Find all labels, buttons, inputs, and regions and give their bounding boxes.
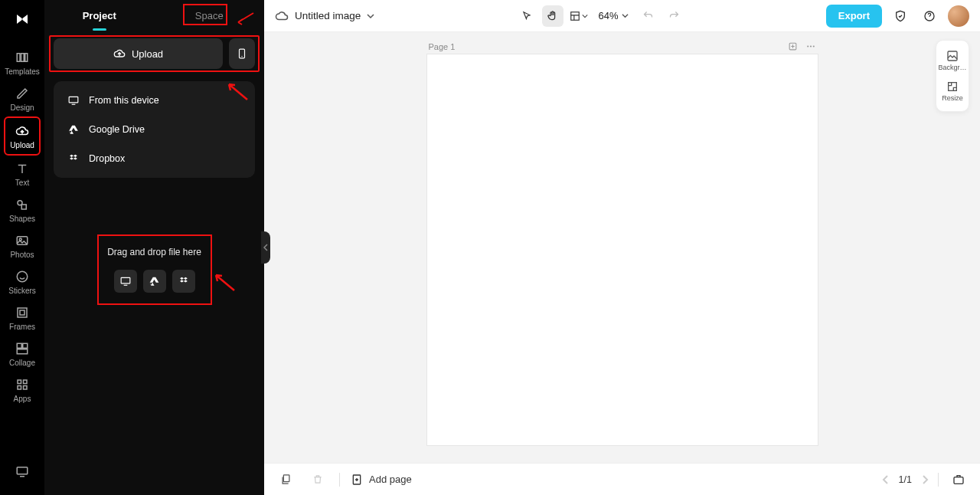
undo-button[interactable] [638, 5, 659, 27]
zoom-value: 64% [599, 10, 619, 21]
bottombar: Add page 1/1 [264, 463, 980, 495]
rail-upload[interactable]: Upload [4, 116, 41, 156]
svg-rect-12 [17, 349, 28, 354]
dropdown-label: Google Drive [89, 124, 145, 135]
monitor-icon [67, 95, 80, 106]
templates-icon [15, 51, 29, 64]
canvas-page[interactable] [427, 54, 818, 445]
dropdown-label: Dropbox [89, 153, 125, 164]
cloud-upload-icon [113, 48, 126, 60]
export-button[interactable]: Export [826, 5, 882, 28]
rail-frames[interactable]: Frames [4, 300, 41, 336]
rail-stickers[interactable]: Stickers [4, 264, 41, 300]
drop-dropbox-button[interactable] [172, 270, 195, 293]
zoom-control[interactable]: 64% [599, 10, 629, 21]
rail-label: Frames [9, 323, 35, 331]
rail-shapes[interactable]: Shapes [4, 192, 41, 228]
rail-label: Text [15, 179, 29, 187]
annotation-arrow-icon [211, 272, 237, 293]
rail-label: Design [10, 103, 34, 112]
chevron-down-icon [582, 13, 588, 19]
rail-label: Apps [14, 395, 31, 403]
cursor-tool[interactable] [516, 5, 537, 27]
collage-icon [15, 342, 29, 356]
apps-icon [15, 378, 29, 392]
drop-zone-icons [99, 270, 211, 293]
background-button[interactable]: Backgr… [936, 45, 969, 76]
divider [339, 473, 340, 487]
dropdown-google-drive[interactable]: Google Drive [54, 115, 255, 144]
resize-button[interactable]: Resize [936, 76, 969, 107]
document-title: Untitled image [295, 10, 361, 21]
mobile-upload-button[interactable] [229, 38, 255, 69]
chevron-right-icon [921, 475, 929, 484]
chevron-down-icon [622, 12, 629, 19]
title-group[interactable]: Untitled image [275, 9, 374, 23]
redo-button[interactable] [664, 5, 685, 27]
image-icon [946, 50, 959, 62]
svg-rect-15 [18, 386, 21, 390]
rail-design[interactable]: Design [4, 80, 41, 116]
rail-label: Photos [10, 251, 34, 259]
page-more-button[interactable] [805, 41, 816, 51]
rail-templates[interactable]: Templates [4, 44, 41, 80]
prev-page-button[interactable] [882, 475, 890, 484]
panel-tabs: Project Space [44, 0, 264, 31]
drop-device-button[interactable] [114, 270, 137, 293]
avatar[interactable] [948, 5, 969, 27]
shield-button[interactable] [890, 5, 911, 27]
drop-gdrive-button[interactable] [143, 270, 166, 293]
sparkle-icon [788, 41, 798, 51]
drop-zone[interactable]: Drag and drop file here [97, 234, 212, 305]
drop-zone-text: Drag and drop file here [99, 247, 211, 257]
svg-rect-8 [18, 308, 27, 317]
rail-photos[interactable]: Photos [4, 228, 41, 264]
duplicate-page-button[interactable] [275, 469, 296, 490]
rail-collage[interactable]: Collage [4, 336, 41, 372]
cursor-icon [521, 11, 532, 21]
pages-icon [280, 474, 292, 485]
hand-tool[interactable] [542, 5, 564, 27]
redo-icon [668, 10, 680, 21]
rail-bottom[interactable] [4, 458, 41, 483]
hand-icon [547, 10, 558, 21]
add-page-button[interactable]: Add page [351, 474, 412, 486]
svg-rect-11 [23, 343, 28, 348]
next-page-button[interactable] [921, 475, 929, 484]
page-settings-button[interactable] [788, 41, 798, 51]
svg-rect-4 [21, 205, 26, 209]
delete-page-button[interactable] [307, 469, 328, 490]
help-button[interactable] [919, 5, 940, 27]
rail-text[interactable]: Text [4, 156, 41, 192]
app-logo[interactable] [11, 8, 34, 31]
add-page-label: Add page [369, 474, 412, 485]
upload-icon [15, 124, 29, 138]
divider [938, 473, 939, 487]
tab-project[interactable]: Project [44, 0, 155, 31]
monitor-icon [119, 276, 132, 287]
trash-icon [312, 474, 323, 485]
rail-apps[interactable]: Apps [4, 372, 41, 408]
cloud-icon [275, 9, 289, 23]
undo-icon [642, 10, 654, 21]
present-button[interactable] [948, 469, 969, 490]
help-icon [923, 10, 936, 22]
svg-rect-17 [17, 467, 28, 474]
dropdown-label: From this device [89, 95, 159, 106]
dropdown-dropbox[interactable]: Dropbox [54, 144, 255, 173]
svg-point-24 [807, 45, 808, 47]
chevron-left-icon [882, 475, 890, 484]
shapes-icon [15, 198, 29, 211]
svg-rect-9 [20, 310, 24, 315]
annotation-arrow-icon [235, 11, 255, 25]
svg-rect-1 [21, 54, 24, 62]
page-number-label: Page 1 [429, 42, 456, 51]
layout-tool[interactable] [568, 5, 590, 27]
upload-button[interactable]: Upload [54, 38, 223, 69]
layout-icon [570, 11, 580, 21]
svg-rect-0 [17, 54, 20, 62]
main-area: Untitled image 64% Export [264, 0, 980, 495]
phone-icon [237, 47, 247, 61]
svg-point-7 [17, 271, 28, 282]
canvas-wrap: Page 1 Backgr… Resize [264, 32, 980, 463]
